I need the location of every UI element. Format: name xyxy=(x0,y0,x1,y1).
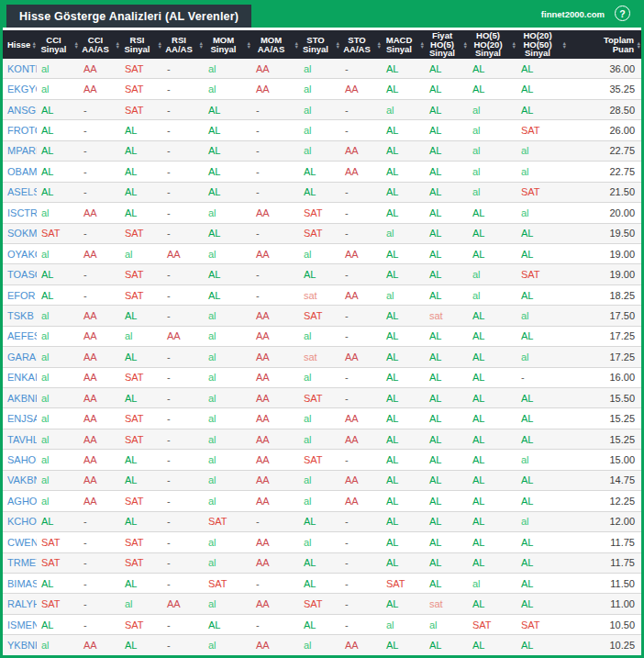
table-row: GARANalAAAL-alAAsatAAALALALal17.25 xyxy=(3,347,641,367)
signal-cell-rsi_s: AL xyxy=(120,310,162,321)
signal-cell-fho5: AL xyxy=(425,207,468,218)
signal-cell-mom_s: al xyxy=(204,249,251,260)
column-header-ho2050[interactable]: HO(20) HO(50) Sinyal▲▼ xyxy=(516,30,567,59)
column-header-ho520[interactable]: HO(5) HO(20) Sinyal▲▼ xyxy=(468,30,516,59)
column-header-cci_a[interactable]: CCI AA/AS▲▼ xyxy=(79,30,120,59)
column-header-mom_s[interactable]: MOM Sinyal▲▼ xyxy=(204,30,251,59)
ticker-cell[interactable]: TRMET xyxy=(3,557,37,568)
ticker-cell[interactable]: KONTR xyxy=(3,63,37,74)
ticker-cell[interactable]: VAKBN xyxy=(3,474,37,485)
ticker-cell[interactable]: TOASO xyxy=(3,269,37,280)
table-row: ASELSAL-AL-AL-AL-ALALalSAT21.50 xyxy=(3,183,641,203)
ticker-cell[interactable]: OBAMS xyxy=(3,166,37,177)
column-header-sto_a[interactable]: STO AA/AS▲▼ xyxy=(340,30,382,59)
ticker-cell[interactable]: AEFES xyxy=(3,330,37,341)
column-label: Toplam Puan xyxy=(567,36,641,53)
ticker-cell[interactable]: TAVHL xyxy=(3,434,37,445)
signal-cell-ho2050: AL xyxy=(516,578,567,589)
signal-cell-mom_a: - xyxy=(251,578,299,589)
total-score-cell: 15.50 xyxy=(567,393,641,404)
ticker-cell[interactable]: OYAKC xyxy=(3,249,37,260)
ticker-cell[interactable]: TSKB xyxy=(3,310,37,321)
signal-cell-cci_a: AA xyxy=(79,310,120,321)
column-header-cci_s[interactable]: CCI Sinyal▲▼ xyxy=(37,30,79,59)
signal-cell-ho2050: AL xyxy=(516,290,567,301)
ticker-cell[interactable]: GARAN xyxy=(3,351,37,362)
signal-cell-sto_a: AA xyxy=(340,249,382,260)
ticker-cell[interactable]: ANSGR xyxy=(3,105,37,116)
help-icon[interactable]: ? xyxy=(615,6,630,21)
signal-cell-macd: AL xyxy=(382,393,425,404)
total-score-cell: 17.25 xyxy=(567,351,641,362)
signal-cell-macd: AL xyxy=(382,454,425,465)
ticker-cell[interactable]: YKBNK xyxy=(3,640,37,651)
table-header-row: Hisse▲▼CCI Sinyal▲▼CCI AA/AS▲▼RSI Sinyal… xyxy=(3,30,641,59)
signal-cell-sto_s: al xyxy=(299,537,340,548)
column-header-sto_s[interactable]: STO Sinyal▲▼ xyxy=(299,30,340,59)
table-row: TSKBalAAAL-alAASAT-ALsatALal17.50 xyxy=(3,306,641,326)
total-score-cell: 15.25 xyxy=(567,413,641,424)
ticker-cell[interactable]: CWENE xyxy=(3,537,37,548)
signal-cell-sto_a: - xyxy=(340,619,382,630)
table-row: AEFESalAAalAAalAAal-ALALALAL17.25 xyxy=(3,327,641,347)
ticker-cell[interactable]: ISMEN xyxy=(3,619,37,630)
column-header-fho5[interactable]: Fiyat HO(5) Sinyal▲▼ xyxy=(425,30,468,59)
total-score-cell: 14.75 xyxy=(567,474,641,485)
column-header-macd[interactable]: MACD Sinyal▲▼ xyxy=(382,30,425,59)
ticker-cell[interactable]: ENKAI xyxy=(3,372,37,383)
ticker-cell[interactable]: AGHOL xyxy=(3,496,37,507)
column-label: Fiyat HO(5) Sinyal xyxy=(425,31,468,58)
signal-cell-rsi_s: SAT xyxy=(120,63,162,74)
signal-cell-sto_s: al xyxy=(299,640,340,651)
signal-cell-sto_a: - xyxy=(340,125,382,136)
signal-cell-ho2050: AL xyxy=(516,598,567,609)
total-score-cell: 18.25 xyxy=(567,290,641,301)
column-label: STO Sinyal xyxy=(299,36,340,53)
signal-cell-cci_s: al xyxy=(37,63,79,74)
total-score-cell: 19.50 xyxy=(567,228,641,239)
ticker-cell[interactable]: SOKM xyxy=(3,228,37,239)
column-label: RSI AA/AS xyxy=(162,36,204,53)
signal-cell-ho2050: al xyxy=(516,166,567,177)
signal-cell-mom_s: al xyxy=(204,310,251,321)
ticker-cell[interactable]: EKGYO xyxy=(3,84,37,95)
signal-cell-mom_a: - xyxy=(251,166,299,177)
ticker-cell[interactable]: MPARK xyxy=(3,145,37,156)
ticker-cell[interactable]: ENJSA xyxy=(3,413,37,424)
table-row: OYAKCalAAalAAalAAalAAALALALAL19.00 xyxy=(3,244,641,264)
signal-cell-cci_a: - xyxy=(79,228,120,239)
table-body: KONTRalAASAT-alAAal-ALALALAL36.00EKGYOal… xyxy=(3,59,641,656)
column-header-toplam[interactable]: Toplam Puan▲▼ xyxy=(567,30,641,59)
signal-cell-rsi_s: AL xyxy=(120,393,162,404)
signal-cell-mom_a: - xyxy=(251,290,299,301)
title-bar: Hisse Gösterge Analizleri (AL Verenler) … xyxy=(3,0,641,28)
ticker-cell[interactable]: ISCTR xyxy=(3,207,37,218)
column-header-hisse[interactable]: Hisse▲▼ xyxy=(3,30,37,59)
ticker-cell[interactable]: BIMAS xyxy=(3,578,37,589)
signal-cell-mom_a: AA xyxy=(251,207,299,218)
signal-cell-cci_a: AA xyxy=(79,249,120,260)
column-header-rsi_a[interactable]: RSI AA/AS▲▼ xyxy=(162,30,204,59)
signal-cell-fho5: AL xyxy=(425,269,468,280)
signal-cell-fho5: AL xyxy=(425,413,468,424)
ticker-cell[interactable]: RALYH xyxy=(3,598,37,609)
signal-cell-mom_a: AA xyxy=(251,310,299,321)
total-score-cell: 17.50 xyxy=(567,310,641,321)
column-header-rsi_s[interactable]: RSI Sinyal▲▼ xyxy=(120,30,162,59)
ticker-cell[interactable]: KCHOL xyxy=(3,516,37,527)
ticker-cell[interactable]: EFOR xyxy=(3,290,37,301)
signal-cell-fho5: AL xyxy=(425,290,468,301)
column-header-mom_a[interactable]: MOM AA/AS▲▼ xyxy=(251,30,299,59)
signal-cell-cci_s: AL xyxy=(37,186,79,197)
ticker-cell[interactable]: ASELS xyxy=(3,186,37,197)
ticker-cell[interactable]: AKBNK xyxy=(3,393,37,404)
ticker-cell[interactable]: SAHOL xyxy=(3,454,37,465)
signal-cell-sto_s: AL xyxy=(299,516,340,527)
signal-cell-rsi_s: SAT xyxy=(120,269,162,280)
signal-cell-sto_s: al xyxy=(299,434,340,445)
signal-cell-cci_a: - xyxy=(79,166,120,177)
signal-cell-ho520: AL xyxy=(468,474,516,485)
sort-arrows-icon[interactable]: ▲▼ xyxy=(637,40,641,49)
signal-cell-ho520: AL xyxy=(468,454,516,465)
ticker-cell[interactable]: FROTO xyxy=(3,125,37,136)
